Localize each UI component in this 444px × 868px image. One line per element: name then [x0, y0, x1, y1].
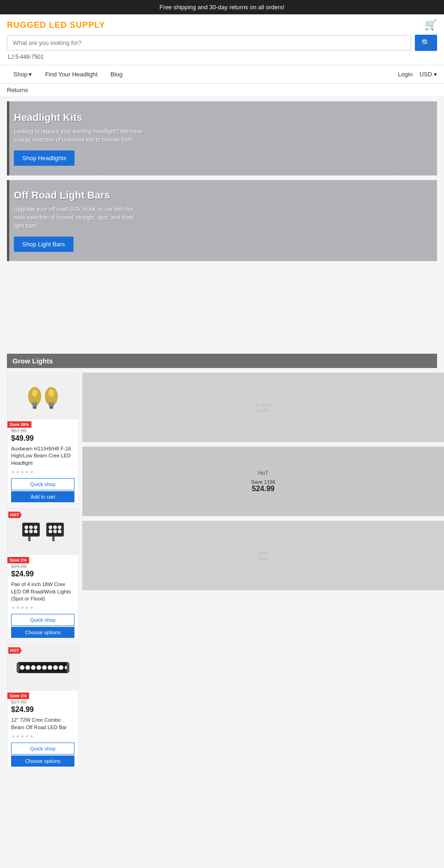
- right-panel-1: or storened to: [82, 373, 444, 442]
- nav-bar: Shop ▾ Find Your Headlight Blog Login US…: [0, 65, 444, 84]
- right-panels: or storened to HoT Save 1196 524.99 wide…: [79, 368, 444, 599]
- search-input[interactable]: [7, 35, 411, 50]
- right-panel-3: widebars: [82, 521, 444, 590]
- product-2-hot-badge-wrap: HOT: [8, 510, 22, 518]
- nav-shop[interactable]: Shop ▾: [7, 65, 38, 83]
- returns-label: Returns: [7, 87, 28, 94]
- logo-led: LED: [49, 20, 67, 30]
- product-2-choose-options[interactable]: Choose options: [11, 627, 74, 638]
- product-1-quick-shop[interactable]: Quick shop: [11, 478, 74, 490]
- svg-point-32: [42, 665, 47, 670]
- logo[interactable]: RUGGED LED SUPPLY: [7, 20, 105, 30]
- header: RUGGED LED SUPPLY 🛒 🔍 LJ 5-449-7501: [0, 14, 444, 65]
- phone-row: LJ 5-449-7501: [8, 54, 437, 60]
- product-card-2: HOT: [7, 508, 79, 639]
- right-panel-2-content: HoT Save 1196 524.99: [247, 465, 280, 498]
- right-panel-1-text: or storened to: [254, 402, 271, 413]
- product-1-add-to-cart[interactable]: Add to cart: [11, 491, 74, 502]
- product-3-badge: Save 1%: [7, 691, 29, 699]
- svg-point-21: [58, 525, 62, 529]
- right-panel-2-price: 524.99: [251, 485, 276, 493]
- svg-point-23: [53, 530, 57, 533]
- svg-point-30: [31, 665, 36, 670]
- right-panel-2-save-label: Save 1196: [251, 479, 276, 485]
- nav-login[interactable]: Login: [398, 71, 413, 78]
- svg-point-31: [37, 665, 41, 670]
- product-2-hot-badge: HOT: [8, 512, 22, 518]
- svg-point-19: [49, 525, 52, 529]
- product-card-3: HOT: [7, 644, 79, 768]
- product-2-badge: Save 1%: [7, 555, 29, 563]
- nav-shop-arrow: ▾: [29, 71, 32, 78]
- logo-rugged: RUGGED: [7, 20, 46, 30]
- nav-blog-label: Blog: [111, 71, 123, 78]
- search-button[interactable]: 🔍: [415, 35, 437, 51]
- product-2-quick-shop[interactable]: Quick shop: [11, 614, 74, 626]
- returns-link[interactable]: Returns: [0, 84, 444, 97]
- svg-point-29: [25, 665, 30, 670]
- svg-point-22: [49, 530, 52, 533]
- svg-rect-6: [49, 406, 53, 409]
- product-2-badge-label: Save 1%: [7, 557, 29, 563]
- right-panel-2-hot-label: HoT: [251, 470, 276, 476]
- svg-rect-2: [33, 406, 37, 409]
- product-2-image-svg: [20, 513, 66, 550]
- svg-point-13: [25, 530, 28, 533]
- nav-find-headlight[interactable]: Find Your Headlight: [38, 65, 104, 83]
- hero-headlights-desc: Looking to replace your existing headlig…: [14, 127, 143, 144]
- svg-point-28: [20, 665, 25, 670]
- svg-point-12: [34, 525, 37, 529]
- svg-point-10: [25, 525, 28, 529]
- header-top: RUGGED LED SUPPLY 🛒: [7, 19, 437, 31]
- banner-text: Free shipping and 30-day returns on all …: [160, 4, 284, 11]
- product-3-stars: ★★★★★: [7, 733, 78, 742]
- phone-number: 5-449-7501: [15, 54, 43, 60]
- top-banner: Free shipping and 30-day returns on all …: [0, 0, 444, 14]
- hero-lightbars-title: Off Road Light Bars: [14, 189, 430, 201]
- svg-point-35: [59, 665, 63, 670]
- product-3-hot-badge-wrap: HOT: [8, 645, 22, 654]
- phone-label: LJ: [8, 54, 14, 60]
- shop-headlights-button[interactable]: Shop Headlights: [14, 150, 74, 166]
- svg-point-20: [53, 525, 57, 529]
- product-3-name: 12" 72W Cree Combo Beam Off Road LED Bar: [7, 716, 78, 733]
- svg-point-7: [49, 389, 54, 397]
- product-1-stars: ★★★★★: [7, 468, 78, 477]
- svg-point-14: [29, 530, 33, 533]
- content-spacer: [0, 266, 444, 349]
- products-area: Save 28% $67.99 $49.99 Auxbeam H11/H9/H8…: [0, 368, 444, 777]
- hero-headlights: Headlight Kits Looking to replace your e…: [7, 101, 437, 175]
- svg-rect-37: [17, 663, 19, 672]
- product-1-name: Auxbeam H11/H9/H8 F-16 High/Low Beam Cre…: [7, 444, 78, 468]
- product-3-image-svg: [15, 654, 71, 681]
- right-panel-2: HoT Save 1196 524.99: [82, 447, 444, 516]
- svg-rect-5: [49, 402, 54, 406]
- right-panel-3-text: widebars: [258, 550, 269, 561]
- cart-icon[interactable]: 🛒: [425, 19, 437, 31]
- svg-point-15: [34, 530, 37, 533]
- grow-lights-section: Grow Lights: [7, 354, 437, 368]
- hero-headlights-title: Headlight Kits: [14, 112, 430, 124]
- svg-point-24: [58, 530, 62, 533]
- svg-point-33: [48, 665, 52, 670]
- nav-currency[interactable]: USD ▾: [419, 71, 437, 78]
- svg-rect-25: [52, 537, 55, 541]
- product-2-price-new: $24.99: [7, 570, 78, 580]
- nav-blog[interactable]: Blog: [104, 65, 129, 83]
- product-3-choose-options[interactable]: Choose options: [11, 756, 74, 767]
- search-row: 🔍: [7, 35, 437, 51]
- grow-lights-title: Grow Lights: [7, 354, 437, 368]
- product-1-badge: Save 28%: [7, 419, 31, 428]
- product-1-badge-label: Save 28%: [7, 421, 31, 428]
- product-3-badge-label: Save 1%: [7, 693, 29, 699]
- products-column: Save 28% $67.99 $49.99 Auxbeam H11/H9/H8…: [0, 368, 79, 777]
- shop-lightbars-button[interactable]: Shop Light Bars: [14, 237, 74, 252]
- product-1-image: [7, 373, 78, 419]
- product-3-quick-shop[interactable]: Quick shop: [11, 743, 74, 755]
- logo-supply: SUPPLY: [70, 20, 105, 30]
- product-1-price-new: $49.99: [7, 434, 78, 444]
- product-3-hot-badge: HOT: [8, 647, 22, 654]
- nav-shop-label: Shop: [13, 71, 27, 78]
- svg-point-3: [32, 389, 37, 397]
- product-1-image-svg: [25, 375, 62, 417]
